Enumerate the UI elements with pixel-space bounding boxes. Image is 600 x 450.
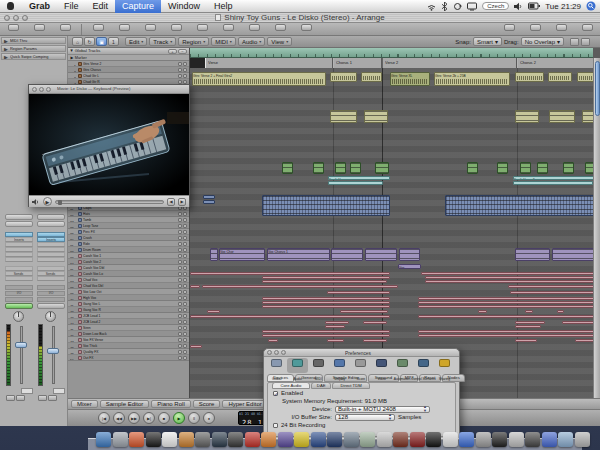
zoom-button[interactable]	[281, 350, 286, 355]
video-titlebar[interactable]: Movie: Le Disko — Keyboard (Preview)	[29, 85, 189, 94]
pause-button[interactable]: II	[188, 412, 200, 424]
battery-icon[interactable]	[528, 2, 540, 10]
volume-fader[interactable]	[47, 348, 59, 354]
stop-button[interactable]: ■	[158, 412, 170, 424]
region-vox[interactable]: Vox	[398, 264, 421, 269]
dock-icon[interactable]	[426, 432, 441, 447]
quicktime-movie-window[interactable]: Movie: Le Disko — Keyboard (Preview)	[28, 84, 190, 207]
io-buffer-select[interactable]: 128▲▼	[335, 414, 395, 421]
track-mute-button[interactable]	[178, 254, 182, 258]
region-carah-dbl-r[interactable]: Carah Dbl R	[262, 301, 390, 304]
toolbar-media-button[interactable]: Media	[496, 23, 522, 36]
arrange-menu-view[interactable]: View▾	[267, 37, 292, 46]
track-solo-button[interactable]	[183, 266, 187, 270]
window-titlebar[interactable]: Shiny Toy Guns - Le Disko (Stereo) - Arr…	[0, 13, 600, 23]
track-solo-button[interactable]	[183, 68, 187, 72]
track-solo-button[interactable]	[183, 338, 187, 342]
scrubber-handle[interactable]	[58, 200, 62, 205]
track-row[interactable]: 50Out FX	[68, 355, 189, 361]
region[interactable]	[478, 310, 487, 313]
zoom-slider[interactable]	[581, 38, 590, 46]
prefs-titlebar[interactable]: Preferences	[264, 349, 459, 357]
dock-icon[interactable]	[96, 432, 111, 447]
arrange-menu-midi[interactable]: MIDI▾	[211, 37, 236, 46]
dock-icon[interactable]	[492, 432, 507, 447]
track-mute-button[interactable]	[178, 314, 182, 318]
dock-icon[interactable]	[476, 432, 491, 447]
region[interactable]	[467, 162, 478, 174]
track-solo-button[interactable]	[183, 356, 187, 360]
rewind-button[interactable]: ◀◀	[113, 412, 125, 424]
region[interactable]	[330, 110, 357, 123]
apple-menu-icon[interactable]	[7, 2, 14, 10]
menu-window[interactable]: Window	[161, 0, 207, 13]
global-tracks-hide-button[interactable]: −	[178, 49, 187, 54]
track-mute-button[interactable]	[178, 230, 182, 234]
region[interactable]	[549, 110, 575, 123]
inspector-section-quick-swipe-comping[interactable]: ▶Quick Swipe Comping	[1, 53, 66, 60]
track-solo-button[interactable]	[183, 272, 187, 276]
track-mute-button[interactable]	[178, 68, 182, 72]
region[interactable]	[515, 72, 544, 82]
fast-forward-button[interactable]: ▶▶	[128, 412, 140, 424]
region-gtrs-verse-2b-25b[interactable]: Gtrs: Verse 2b + 25B	[434, 72, 510, 86]
track-solo-button[interactable]	[183, 62, 187, 66]
dock-icon[interactable]	[245, 432, 260, 447]
close-button[interactable]	[267, 350, 272, 355]
dock-icon[interactable]	[179, 432, 194, 447]
track-mute-button[interactable]	[178, 290, 182, 294]
track-mute-button[interactable]	[178, 356, 182, 360]
track-solo-button[interactable]	[183, 320, 187, 324]
dock-icon[interactable]	[525, 432, 540, 447]
zoom-button[interactable]	[46, 87, 51, 92]
dock-icon[interactable]	[575, 432, 590, 447]
close-button[interactable]	[4, 15, 10, 21]
region[interactable]	[262, 195, 390, 216]
region-vox-fx[interactable]: Vox FX	[325, 321, 349, 324]
track-mute-button[interactable]	[178, 62, 182, 66]
zoom-tool-button[interactable]	[570, 38, 579, 46]
automation-mode-button[interactable]: Read	[5, 303, 33, 309]
minimize-button[interactable]	[13, 15, 19, 21]
dock-icon[interactable]	[311, 432, 326, 447]
track-solo-button[interactable]	[183, 218, 187, 222]
dock-icon[interactable]	[195, 432, 210, 447]
region-galop[interactable]: Galop	[327, 291, 390, 294]
track-solo-button[interactable]	[183, 230, 187, 234]
track-solo-button[interactable]	[183, 314, 187, 318]
track-solo-button[interactable]	[183, 278, 187, 282]
track-solo-button[interactable]	[183, 290, 187, 294]
dock-icon[interactable]	[344, 432, 359, 447]
region-vox-chor[interactable]: Vox Chor	[219, 248, 265, 261]
vertical-scrollbar[interactable]	[593, 58, 600, 398]
track-mute-button[interactable]	[178, 350, 182, 354]
region[interactable]	[497, 162, 508, 174]
track-solo-button[interactable]	[183, 80, 187, 84]
track-solo-button[interactable]	[183, 212, 187, 216]
region-synth-verse[interactable]: Synth Verse	[328, 176, 390, 180]
input-menu-pill[interactable]: Czech	[482, 2, 509, 10]
toolbar-notes-button[interactable]: Notes	[548, 23, 574, 36]
region[interactable]	[268, 339, 278, 342]
region[interactable]	[365, 248, 397, 261]
dock-icon[interactable]	[162, 432, 177, 447]
global-tracks-add-button[interactable]: +	[168, 49, 177, 54]
dock-icon[interactable]	[278, 432, 293, 447]
track-mute-button[interactable]	[178, 308, 182, 312]
menu-capture[interactable]: Capture	[115, 0, 161, 13]
track-mute-button[interactable]	[178, 272, 182, 276]
toolbar-lists-button[interactable]: Lists	[522, 23, 548, 36]
bluetooth-icon[interactable]	[441, 2, 448, 11]
dock-icon[interactable]	[212, 432, 227, 447]
region[interactable]	[210, 248, 218, 261]
arrange-nav-button-2[interactable]: ▣	[96, 37, 107, 46]
pan-knob[interactable]	[45, 311, 56, 322]
region[interactable]	[418, 297, 600, 300]
go-to-beginning-button[interactable]: |◀	[98, 412, 110, 424]
region[interactable]	[203, 195, 215, 199]
prefs-icon-sharing[interactable]: Sharing	[434, 358, 455, 373]
menu-help[interactable]: Help	[207, 0, 240, 13]
frame-back-button[interactable]: ◀	[167, 198, 175, 206]
region[interactable]	[190, 345, 202, 348]
region[interactable]	[515, 110, 539, 123]
